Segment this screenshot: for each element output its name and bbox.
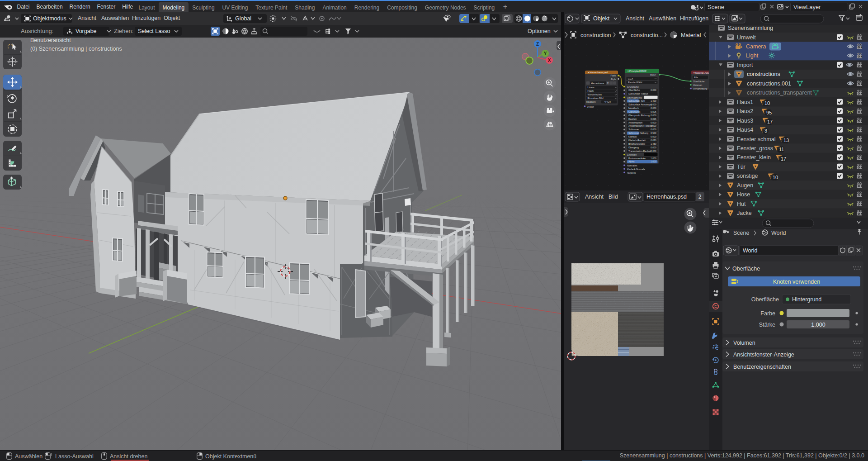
svg-text:0.036: 0.036 xyxy=(651,118,656,120)
svg-text:Objekt: Objekt xyxy=(593,15,610,22)
svg-text:Fenster schmal: Fenster schmal xyxy=(737,136,775,143)
svg-text:constructions_transparent: constructions_transparent xyxy=(747,90,812,96)
svg-text:Verschiebung: Verschiebung xyxy=(693,87,708,90)
svg-text:Herrenhaus...: Herrenhaus... xyxy=(591,82,606,85)
svg-text:Anisotropisch: Anisotropisch xyxy=(628,121,642,124)
svg-text:0.000: 0.000 xyxy=(651,150,656,152)
svg-text:1.000: 1.000 xyxy=(651,157,656,160)
svg-text:Klarlack: Klarlack xyxy=(628,135,637,138)
svg-text:Brechungsindex: Brechungsindex xyxy=(628,143,646,145)
svg-text:0.000: 0.000 xyxy=(651,135,656,138)
svg-text:Ansicht: Ansicht xyxy=(626,15,645,22)
svg-text:Subsurface IOR: Subsurface IOR xyxy=(628,100,645,102)
svg-text:0.500: 0.500 xyxy=(651,132,656,134)
svg-text:1.400: 1.400 xyxy=(651,100,656,102)
svg-text:0.000: 0.000 xyxy=(651,103,656,106)
svg-text:Haus4: Haus4 xyxy=(737,127,753,133)
svg-text:Oberfläche: Oberfläche xyxy=(751,296,779,303)
svg-text:GGX: GGX xyxy=(628,77,633,80)
svg-text:Hose: Hose xyxy=(737,191,750,198)
svg-text:constructio...: constructio... xyxy=(631,32,663,38)
svg-text:Emissionsstärke: Emissionsstärke xyxy=(628,157,646,160)
svg-text:Alpha: Alpha xyxy=(628,160,634,163)
svg-text:X: X xyxy=(548,58,551,63)
svg-text:Render-Wälsl: Render-Wälsl xyxy=(628,81,642,84)
svg-text:constructions.001: constructions.001 xyxy=(747,81,791,87)
svg-text:2: 2 xyxy=(607,82,609,85)
svg-text:Herrenhaus.psd: Herrenhaus.psd xyxy=(646,194,687,200)
svg-text:Alph: Alph xyxy=(611,78,616,81)
svg-text:Ansichtsfenster-Anzeige: Ansichtsfenster-Anzeige xyxy=(733,352,794,358)
svg-text:Volumen: Volumen xyxy=(733,340,755,346)
svg-text:10: 10 xyxy=(764,100,770,106)
svg-text:Knoten verwenden: Knoten verwenden xyxy=(773,279,820,285)
svg-text:0.000: 0.000 xyxy=(651,121,656,124)
svg-text:World: World xyxy=(743,247,757,254)
svg-text:Z: Z xyxy=(536,42,539,47)
svg-text:Oberfläche: Oberfläche xyxy=(628,89,640,91)
svg-text:Volumen: Volumen xyxy=(693,84,702,86)
svg-text:Wiederholen: Wiederholen xyxy=(588,93,602,96)
svg-text:Rauheit: Rauheit xyxy=(628,118,637,120)
svg-text:Fenster_klein: Fenster_klein xyxy=(737,154,771,161)
svg-text:1.450: 1.450 xyxy=(651,143,656,145)
svg-text:(0) Szenensammlung | construct: (0) Szenensammlung | constructions xyxy=(30,46,122,52)
svg-text:Augen: Augen xyxy=(737,182,753,189)
svg-text:Alle: Alle xyxy=(694,76,698,79)
svg-text:<PCR: <PCR xyxy=(604,100,611,103)
svg-text:Fenster_gross: Fenster_gross xyxy=(737,145,773,152)
svg-text:▾ Herrenhaus.psd: ▾ Herrenhaus.psd xyxy=(588,71,608,74)
svg-text:▾ Principled BSDF: ▾ Principled BSDF xyxy=(627,70,646,72)
svg-text:Hintergrund: Hintergrund xyxy=(792,296,821,303)
svg-text:Oberflächenfa: Oberflächenfa xyxy=(627,96,642,99)
svg-text:Schimmer: Schimmer xyxy=(628,128,639,131)
svg-text:Jacke: Jacke xyxy=(737,210,752,216)
svg-text:Glanzpunkt Färbung: Glanzpunkt Färbung xyxy=(628,114,650,117)
svg-text:Vektor: Vektor xyxy=(587,105,594,108)
svg-text:0.000: 0.000 xyxy=(651,124,656,127)
svg-text:Subsurface Radius: Subsurface Radius xyxy=(628,92,648,95)
svg-text:0.036: 0.036 xyxy=(651,110,656,113)
svg-text:Linear: Linear xyxy=(588,86,595,89)
svg-text:Grundfarbe: Grundfarbe xyxy=(627,86,639,88)
svg-text:Material: Material xyxy=(681,32,701,38)
svg-text:Stärke: Stärke xyxy=(759,322,775,328)
svg-text:Farb: Farb xyxy=(610,74,616,77)
svg-text:BSDF: BSDF xyxy=(650,73,656,76)
svg-text:0.000: 0.000 xyxy=(651,107,656,109)
svg-text:Haus2: Haus2 xyxy=(737,108,753,114)
svg-text:Camera: Camera xyxy=(746,43,766,50)
svg-text:Emission: Emission xyxy=(627,153,637,156)
svg-text:constructions: constructions xyxy=(747,71,780,77)
svg-text:1.000: 1.000 xyxy=(651,160,656,163)
svg-text:Glanzpunkt: Glanzpunkt xyxy=(628,110,641,113)
svg-text:Farbe: Farbe xyxy=(760,310,775,317)
svg-text:Klarlack-Normale: Klarlack-Normale xyxy=(627,168,645,171)
svg-text:0.000: 0.000 xyxy=(651,146,656,149)
svg-text:Tür: Tür xyxy=(737,164,745,170)
svg-text:1.000: 1.000 xyxy=(811,322,825,328)
svg-text:World: World xyxy=(771,230,786,236)
svg-text:Hinzufügen: Hinzufügen xyxy=(680,15,708,22)
svg-text:Szenensammlung: Szenensammlung xyxy=(728,25,773,31)
svg-text:Klarlack-Rauheit: Klarlack-Rauheit xyxy=(628,139,646,142)
svg-text:Oberfläche: Oberfläche xyxy=(732,266,760,272)
svg-text:Y: Y xyxy=(544,51,547,56)
svg-text:Haus3: Haus3 xyxy=(737,118,753,124)
svg-text:95: 95 xyxy=(766,110,772,115)
svg-text:Flach: Flach xyxy=(588,90,594,92)
svg-text:0.000: 0.000 xyxy=(651,89,656,91)
svg-text:11: 11 xyxy=(779,147,784,152)
svg-text:Schimmer Färbung: Schimmer Färbung xyxy=(628,132,648,134)
svg-text:sonstige: sonstige xyxy=(737,173,758,179)
svg-text:17: 17 xyxy=(781,156,786,162)
svg-text:0.030: 0.030 xyxy=(651,139,656,142)
svg-text:Benutzeransicht: Benutzeransicht xyxy=(30,37,71,43)
svg-text:Radaum: Radaum xyxy=(586,100,596,103)
svg-text:Haus1: Haus1 xyxy=(737,99,753,105)
svg-text:Einzelnes Bild: Einzelnes Bild xyxy=(588,97,604,100)
svg-text:Umwelt: Umwelt xyxy=(737,34,756,41)
svg-text:construction: construction xyxy=(580,32,611,38)
svg-text:10: 10 xyxy=(773,175,778,180)
svg-text:13: 13 xyxy=(783,138,789,143)
